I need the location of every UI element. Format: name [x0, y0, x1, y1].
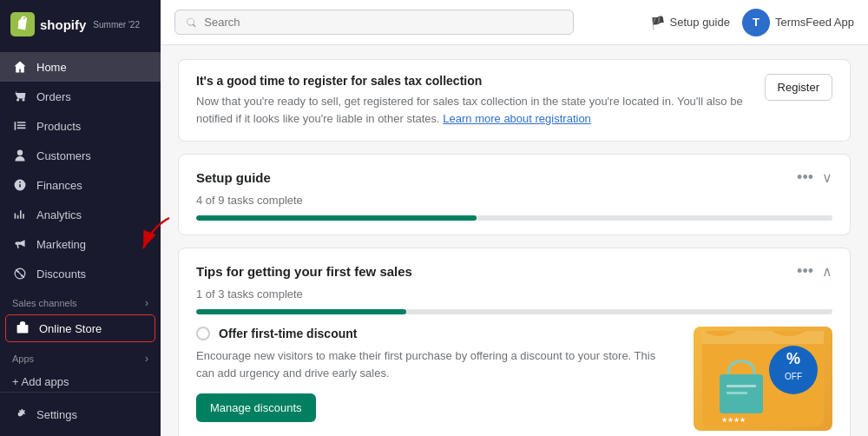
online-store-icon	[15, 320, 30, 336]
marketing-icon	[12, 236, 28, 252]
sidebar-item-analytics[interactable]: Analytics	[0, 200, 161, 229]
sales-channels-section: Sales channels ›	[0, 288, 161, 313]
sidebar-item-online-store-label: Online Store	[39, 322, 102, 335]
shopify-logo-icon	[10, 12, 35, 36]
avatar: T	[742, 9, 770, 36]
tips-card-content: 1 of 3 tasks complete Offer first-time d…	[179, 287, 850, 436]
sidebar-item-settings[interactable]: Settings	[0, 400, 161, 429]
tax-banner: It's a good time to register for sales t…	[178, 59, 851, 142]
setup-guide-label: Setup guide	[670, 16, 730, 29]
offer-header: Offer first-time discount	[196, 327, 676, 340]
setup-guide-task-status: 4 of 9 tasks complete	[196, 194, 832, 207]
add-apps-label: + Add apps	[12, 375, 69, 388]
svg-rect-3	[17, 325, 29, 334]
sidebar-item-online-store[interactable]: Online Store	[5, 314, 155, 342]
add-apps-button[interactable]: + Add apps	[0, 368, 161, 392]
sidebar-header: shopify Summer '22	[0, 0, 161, 49]
sidebar-item-products[interactable]: Products	[0, 111, 161, 141]
flag-icon: 🏴	[650, 16, 665, 30]
search-icon	[186, 17, 197, 29]
sidebar-item-products-label: Products	[36, 120, 81, 133]
svg-text:★★★★: ★★★★	[721, 416, 746, 424]
search-input[interactable]	[204, 16, 562, 29]
shopify-logo: shopify Summer '22	[10, 12, 140, 36]
tips-card-menu-button[interactable]: •••	[797, 262, 813, 281]
tips-card-title: Tips for getting your first few sales	[196, 264, 412, 279]
setup-guide-card-header: Setup guide ••• ∨	[196, 168, 832, 187]
setup-guide-menu-button[interactable]: •••	[797, 168, 813, 187]
main-content: 🏴 Setup guide T TermsFeed App It's a goo…	[161, 0, 868, 436]
sidebar-item-discounts-label: Discounts	[36, 268, 86, 281]
apps-section: Apps ›	[0, 344, 161, 368]
discounts-icon	[12, 266, 28, 281]
tips-card-header: Tips for getting your first few sales ••…	[179, 248, 850, 287]
user-info[interactable]: T TermsFeed App	[742, 9, 854, 36]
sidebar-item-orders[interactable]: Orders	[0, 82, 161, 111]
setup-guide-button[interactable]: 🏴 Setup guide	[650, 16, 730, 30]
shopify-logo-text: shopify	[40, 17, 86, 32]
sidebar-item-marketing-label: Marketing	[36, 238, 86, 251]
register-button[interactable]: Register	[765, 74, 832, 101]
user-name: TermsFeed App	[775, 16, 854, 29]
sidebar-item-analytics-label: Analytics	[36, 208, 82, 221]
svg-text:OFF: OFF	[785, 372, 802, 381]
tips-card-actions: ••• ∧	[797, 262, 832, 281]
orders-icon	[12, 89, 28, 104]
sales-channels-label: Sales channels	[12, 298, 77, 308]
svg-rect-8	[727, 385, 756, 387]
setup-guide-card: Setup guide ••• ∨ 4 of 9 tasks complete	[178, 154, 851, 235]
apps-chevron[interactable]: ›	[145, 353, 148, 365]
sidebar-item-finances[interactable]: Finances	[0, 170, 161, 200]
tips-card-collapse-button[interactable]: ∧	[822, 263, 832, 280]
sidebar-item-home-label: Home	[36, 61, 67, 74]
finances-icon	[12, 177, 28, 193]
tax-banner-content: It's a good time to register for sales t…	[196, 74, 751, 127]
sidebar-nav: Home Orders Products Customers	[0, 49, 161, 392]
sidebar-item-home[interactable]: Home	[0, 52, 161, 82]
tax-banner-title: It's a good time to register for sales t…	[196, 74, 751, 88]
customers-icon	[12, 148, 28, 163]
products-icon	[12, 118, 28, 134]
svg-rect-9	[727, 392, 747, 394]
tax-banner-description: Now that you're ready to sell, get regis…	[196, 93, 751, 127]
offer-section: Offer first-time discount Encourage new …	[196, 327, 832, 431]
apps-label: Apps	[12, 353, 34, 364]
sidebar-item-orders-label: Orders	[36, 90, 71, 103]
tips-card: Tips for getting your first few sales ••…	[178, 248, 851, 436]
offer-title: Offer first-time discount	[219, 327, 357, 340]
settings-section: Settings	[0, 392, 161, 436]
home-icon	[12, 59, 28, 75]
offer-radio[interactable]	[196, 327, 210, 340]
manage-discounts-button[interactable]: Manage discounts	[196, 393, 316, 422]
offer-image: ★★★★ % OFF	[694, 327, 832, 431]
sidebar: shopify Summer '22 Home Orders Products	[0, 0, 161, 436]
settings-icon	[12, 406, 28, 422]
setup-guide-collapse-button[interactable]: ∨	[822, 169, 832, 186]
sidebar-item-customers-label: Customers	[36, 149, 91, 162]
sidebar-item-marketing[interactable]: Marketing	[0, 229, 161, 259]
search-bar[interactable]	[174, 10, 574, 35]
setup-guide-title: Setup guide	[196, 170, 271, 185]
setup-guide-progress-bar	[196, 215, 832, 221]
offer-text: Offer first-time discount Encourage new …	[196, 327, 676, 422]
sidebar-item-customers[interactable]: Customers	[0, 141, 161, 170]
tax-learn-more-link[interactable]: Learn more about registration	[443, 112, 591, 125]
offer-illustration: ★★★★ % OFF	[702, 331, 824, 426]
tips-task-status: 1 of 3 tasks complete	[196, 287, 832, 301]
setup-guide-card-actions: ••• ∨	[797, 168, 832, 187]
topbar: 🏴 Setup guide T TermsFeed App	[161, 0, 868, 45]
svg-text:%: %	[786, 350, 800, 367]
sidebar-item-discounts[interactable]: Discounts	[0, 259, 161, 288]
topbar-right: 🏴 Setup guide T TermsFeed App	[650, 9, 854, 36]
analytics-icon	[12, 207, 28, 222]
offer-description: Encourage new visitors to make their fir…	[196, 347, 676, 381]
sidebar-item-finances-label: Finances	[36, 179, 82, 192]
sidebar-item-settings-label: Settings	[36, 408, 77, 421]
shopify-badge: Summer '22	[93, 20, 140, 30]
setup-guide-progress-fill	[196, 215, 477, 221]
content-area: It's a good time to register for sales t…	[161, 45, 868, 436]
sales-channels-chevron[interactable]: ›	[145, 297, 148, 309]
